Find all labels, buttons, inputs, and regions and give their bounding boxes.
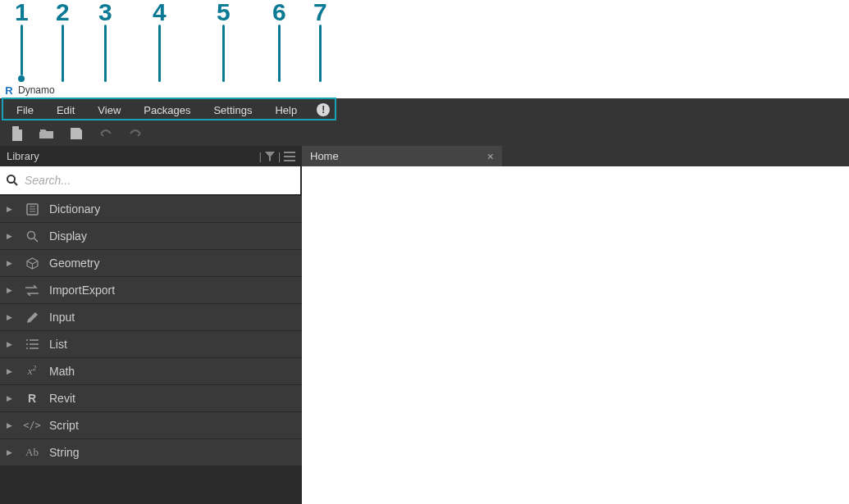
pencil-icon — [25, 310, 39, 325]
callout-number: 6 — [272, 0, 286, 25]
svg-point-0 — [7, 175, 15, 183]
menu-edit[interactable]: Edit — [45, 98, 86, 121]
callout-line — [319, 25, 322, 82]
open-file-icon[interactable] — [39, 126, 54, 141]
main-area: Library | | ▶Dictionary▶Dis — [0, 146, 849, 504]
list-icon — [25, 337, 39, 352]
revit-icon: R — [25, 391, 39, 406]
revit-logo-icon: R — [3, 84, 15, 96]
canvas[interactable] — [302, 166, 849, 504]
chevron-right-icon: ▶ — [7, 421, 18, 429]
tree-item-label: Input — [49, 311, 75, 324]
list-view-icon[interactable] — [284, 152, 295, 161]
ab-icon: Ab — [25, 445, 39, 460]
search-input[interactable] — [25, 174, 294, 187]
menu-packages[interactable]: Packages — [132, 98, 202, 121]
chevron-right-icon: ▶ — [7, 448, 18, 456]
tree-item-geometry[interactable]: ▶Geometry — [0, 250, 302, 277]
search-icon — [7, 175, 18, 186]
tree-item-math[interactable]: ▶x2Math — [0, 358, 302, 385]
library-header: Library | | — [0, 146, 302, 166]
callout-line — [278, 25, 281, 82]
menu-file[interactable]: File — [5, 98, 45, 121]
filter-icon[interactable] — [265, 152, 275, 161]
chevron-right-icon: ▶ — [7, 259, 18, 267]
titlebar: R Dynamo — [0, 82, 849, 98]
tree-item-label: String — [49, 446, 80, 459]
callout-line — [222, 25, 225, 82]
chevron-right-icon: ▶ — [7, 313, 18, 321]
library-panel: Library | | ▶Dictionary▶Dis — [0, 146, 302, 504]
callout-line — [21, 25, 23, 75]
callout-7: 7 — [313, 0, 327, 89]
chevron-right-icon: ▶ — [7, 340, 18, 348]
chevron-right-icon: ▶ — [7, 205, 18, 213]
callout-number: 7 — [313, 0, 327, 25]
chevron-right-icon: ▶ — [7, 232, 18, 240]
tree-item-label: Math — [49, 365, 75, 378]
divider: | — [278, 151, 281, 162]
book-icon — [25, 202, 39, 216]
menu-help[interactable]: Help — [263, 98, 308, 121]
alert-icon[interactable]: ! — [317, 103, 330, 116]
callout-number: 5 — [217, 0, 231, 25]
canvas-area: Home × — [302, 146, 849, 504]
svg-line-7 — [34, 238, 38, 242]
math-icon: x2 — [25, 364, 39, 379]
tab-home[interactable]: Home × — [302, 146, 502, 166]
callout-number: 4 — [153, 0, 167, 25]
swap-icon — [25, 283, 39, 297]
tree-item-list[interactable]: ▶List — [0, 331, 302, 358]
tree-item-label: Script — [49, 419, 79, 432]
cube-icon — [25, 256, 39, 270]
tab-strip: Home × — [302, 146, 849, 166]
search-icon — [25, 229, 39, 243]
svg-line-1 — [14, 182, 17, 185]
callout-number: 2 — [56, 0, 70, 25]
chevron-right-icon: ▶ — [7, 367, 18, 375]
tree-item-label: Revit — [49, 392, 75, 405]
chevron-right-icon: ▶ — [7, 394, 18, 402]
tree-item-input[interactable]: ▶Input — [0, 304, 302, 331]
close-icon[interactable]: × — [487, 150, 494, 163]
callout-6: 6 — [272, 0, 286, 89]
svg-point-6 — [27, 231, 34, 238]
tree-item-label: Dictionary — [49, 202, 100, 216]
app-window: R Dynamo File Edit View Packages Setting… — [0, 82, 849, 504]
tab-label: Home — [310, 150, 339, 162]
tree-item-script[interactable]: ▶</>Script — [0, 412, 302, 439]
tree-item-display[interactable]: ▶Display — [0, 223, 302, 250]
library-controls: | | — [259, 151, 295, 162]
callout-4: 4 — [153, 0, 167, 89]
tree-item-revit[interactable]: ▶RRevit — [0, 385, 302, 412]
callout-2: 2 — [56, 0, 70, 89]
callout-line — [104, 25, 107, 82]
search-row — [0, 166, 300, 194]
menu-view[interactable]: View — [86, 98, 132, 121]
menu-settings[interactable]: Settings — [202, 98, 263, 121]
window-title: Dynamo — [18, 84, 55, 96]
undo-icon[interactable] — [98, 126, 113, 141]
tree-item-string[interactable]: ▶AbString — [0, 439, 302, 466]
tree-item-label: ImportExport — [49, 284, 115, 297]
callout-dot — [18, 75, 25, 82]
library-title: Library — [7, 150, 39, 162]
callout-line — [62, 25, 64, 82]
tree-item-label: Geometry — [49, 257, 99, 270]
tree-item-dictionary[interactable]: ▶Dictionary — [0, 196, 302, 223]
tree-item-importexport[interactable]: ▶ImportExport — [0, 277, 302, 304]
callout-3: 3 — [98, 0, 112, 89]
callout-5: 5 — [217, 0, 231, 89]
redo-icon[interactable] — [128, 126, 143, 141]
save-icon[interactable] — [69, 126, 84, 141]
callout-1: 1 — [15, 0, 29, 82]
divider: | — [259, 151, 262, 162]
library-tree: ▶Dictionary▶Display▶Geometry▶ImportExpor… — [0, 196, 302, 504]
callout-number: 3 — [98, 0, 112, 25]
new-file-icon[interactable] — [10, 126, 25, 141]
tree-item-label: List — [49, 338, 67, 351]
chevron-right-icon: ▶ — [7, 286, 18, 294]
code-icon: </> — [25, 418, 39, 433]
callout-line — [158, 25, 161, 82]
menubar: File Edit View Packages Settings Help ! — [0, 98, 849, 121]
